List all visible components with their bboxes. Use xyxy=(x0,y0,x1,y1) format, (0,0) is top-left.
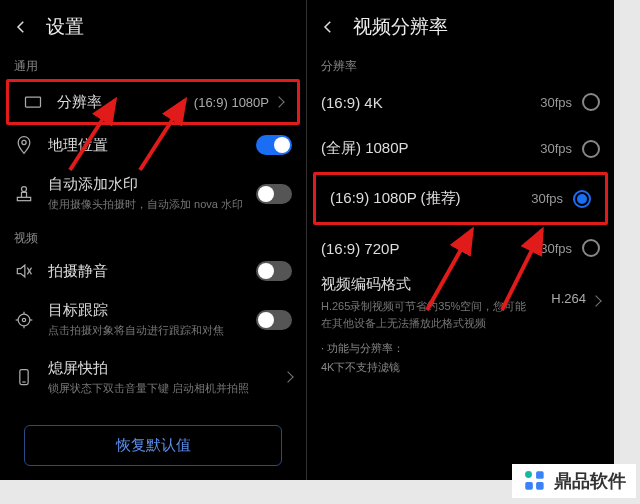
watermark: 鼎品软件 xyxy=(512,464,636,498)
logo-icon xyxy=(522,468,548,494)
watermark-sub: 使用摄像头拍摄时，自动添加 nova 水印 xyxy=(48,197,256,212)
res-option-1080p[interactable]: (16:9) 1080P (推荐) 30fps xyxy=(316,175,605,222)
back-icon[interactable] xyxy=(319,18,337,36)
mute-icon xyxy=(14,261,34,281)
res-fps: 30fps xyxy=(540,241,572,256)
screenoff-sub: 锁屏状态下双击音量下键 启动相机并拍照 xyxy=(48,381,284,396)
svg-point-3 xyxy=(22,186,27,191)
target-icon xyxy=(14,310,34,330)
resolution-icon xyxy=(23,92,43,112)
resolution-value: (16:9) 1080P xyxy=(194,95,269,110)
resolution-label: 分辨率 xyxy=(57,93,194,112)
encoding-sub: H.265录制视频可节省约35%空间，您可能在其他设备上无法播放此格式视频 xyxy=(307,294,551,339)
svg-rect-21 xyxy=(536,482,544,490)
page-title: 视频分辨率 xyxy=(353,14,448,40)
row-watermark[interactable]: 自动添加水印 使用摄像头拍摄时，自动添加 nova 水印 xyxy=(0,165,306,222)
svg-point-7 xyxy=(22,318,25,321)
svg-rect-2 xyxy=(17,197,30,200)
settings-panel: 设置 通用 分辨率 (16:9) 1080P 地理位置 自动添加水印 使用摄像头… xyxy=(0,0,307,480)
section-video-label: 视频 xyxy=(0,222,306,251)
radio-icon[interactable] xyxy=(582,239,600,257)
back-icon[interactable] xyxy=(12,18,30,36)
res-fps: 30fps xyxy=(531,191,563,206)
mute-toggle[interactable] xyxy=(256,261,292,281)
highlight-1080p: (16:9) 1080P (推荐) 30fps xyxy=(313,172,608,225)
row-screenoff[interactable]: 熄屏快拍 锁屏状态下双击音量下键 启动相机并拍照 xyxy=(0,349,306,406)
video-resolution-panel: 视频分辨率 分辨率 (16:9) 4K 30fps (全屏) 1080P 30f… xyxy=(307,0,614,480)
radio-icon[interactable] xyxy=(582,93,600,111)
res-option-720p[interactable]: (16:9) 720P 30fps xyxy=(307,225,614,271)
note-line: · 功能与分辨率： xyxy=(307,339,614,358)
stamp-icon xyxy=(14,184,34,204)
header: 视频分辨率 xyxy=(307,0,614,50)
watermark-text: 鼎品软件 xyxy=(554,469,626,493)
svg-rect-19 xyxy=(536,471,544,479)
row-geolocation[interactable]: 地理位置 xyxy=(0,125,306,165)
note-line: 4K下不支持滤镜 xyxy=(307,358,614,377)
radio-icon[interactable] xyxy=(582,140,600,158)
res-option-4k[interactable]: (16:9) 4K 30fps xyxy=(307,79,614,125)
res-label: (16:9) 4K xyxy=(321,94,540,111)
page-title: 设置 xyxy=(46,14,84,40)
geo-toggle[interactable] xyxy=(256,135,292,155)
tracking-label: 目标跟踪 xyxy=(48,301,256,320)
tracking-sub: 点击拍摄对象将自动进行跟踪和对焦 xyxy=(48,323,256,338)
row-tracking[interactable]: 目标跟踪 点击拍摄对象将自动进行跟踪和对焦 xyxy=(0,291,306,348)
res-fps: 30fps xyxy=(540,141,572,156)
svg-point-1 xyxy=(22,140,26,144)
watermark-label: 自动添加水印 xyxy=(48,175,256,194)
radio-icon[interactable] xyxy=(573,190,591,208)
row-resolution[interactable]: 分辨率 (16:9) 1080P xyxy=(9,82,297,122)
row-encoding[interactable]: 视频编码格式 H.265录制视频可节省约35%空间，您可能在其他设备上无法播放此… xyxy=(307,271,614,339)
chevron-right-icon xyxy=(590,295,601,306)
encoding-value: H.264 xyxy=(551,291,592,306)
chevron-right-icon xyxy=(282,372,293,383)
res-label: (16:9) 1080P (推荐) xyxy=(330,189,531,208)
row-mute[interactable]: 拍摄静音 xyxy=(0,251,306,291)
res-fps: 30fps xyxy=(540,95,572,110)
restore-defaults-button[interactable]: 恢复默认值 xyxy=(24,425,282,466)
geo-label: 地理位置 xyxy=(48,136,256,155)
svg-rect-20 xyxy=(525,482,533,490)
mute-label: 拍摄静音 xyxy=(48,262,256,281)
res-label: (全屏) 1080P xyxy=(321,139,540,158)
section-res-label: 分辨率 xyxy=(307,50,614,79)
chevron-right-icon xyxy=(273,96,284,107)
phone-icon xyxy=(14,367,34,387)
svg-rect-0 xyxy=(26,97,41,107)
encoding-title: 视频编码格式 xyxy=(307,275,551,294)
svg-point-18 xyxy=(525,471,532,478)
res-option-fullscreen-1080p[interactable]: (全屏) 1080P 30fps xyxy=(307,125,614,172)
highlight-resolution: 分辨率 (16:9) 1080P xyxy=(6,79,300,125)
res-label: (16:9) 720P xyxy=(321,240,540,257)
header: 设置 xyxy=(0,0,306,50)
screenoff-label: 熄屏快拍 xyxy=(48,359,284,378)
location-icon xyxy=(14,135,34,155)
section-general-label: 通用 xyxy=(0,50,306,79)
watermark-toggle[interactable] xyxy=(256,184,292,204)
tracking-toggle[interactable] xyxy=(256,310,292,330)
svg-point-6 xyxy=(18,314,30,326)
